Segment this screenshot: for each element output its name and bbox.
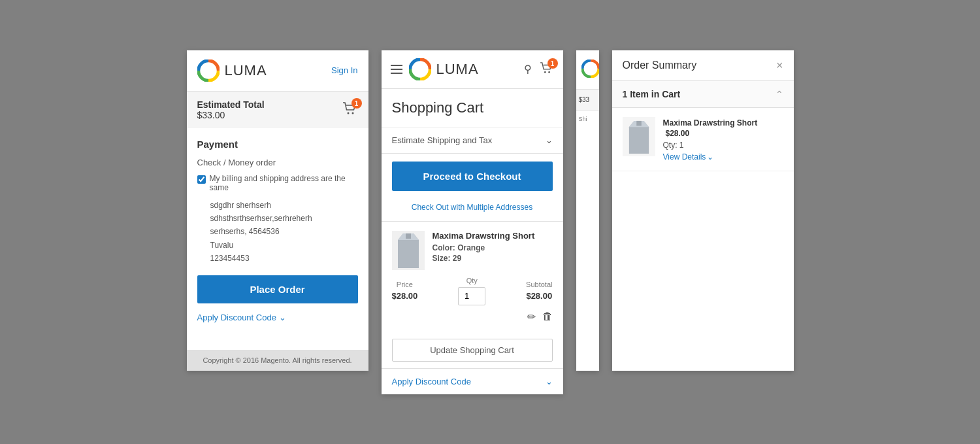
cart-item-size: Size: 29 — [433, 254, 553, 263]
subtotal-column: Subtotal $28.00 — [526, 281, 552, 301]
search-icon[interactable]: ⚲ — [524, 63, 532, 75]
order-item-name-price-row: Maxima Drawstring Short $28.00 — [663, 117, 783, 138]
product-image-icon — [395, 232, 421, 268]
estimated-price: $33.00 — [197, 110, 265, 120]
partial-logo-icon — [581, 60, 599, 78]
cart-item-name: Maxima Drawstring Short — [433, 231, 553, 241]
order-item-entry: Maxima Drawstring Short $28.00 Qty: 1 Vi… — [612, 108, 794, 171]
address-line-4: Tuvalu — [210, 239, 358, 252]
order-items-count: 1 Item in Cart — [623, 89, 681, 99]
view-details-link[interactable]: View Details ⌄ — [663, 152, 783, 162]
address-block: sdgdhr sherhserh sdhsthsrthserhser,serhr… — [210, 199, 358, 265]
size-value: 29 — [453, 254, 461, 263]
estimated-total-info: Estimated Total $33.00 — [197, 99, 265, 120]
cart-header-badge[interactable]: 1 — [540, 62, 554, 76]
billing-checkbox[interactable] — [197, 175, 206, 184]
partial-price: $33 — [576, 90, 599, 111]
partial-shipping: Shi — [576, 111, 599, 128]
order-summary-header: Order Summary × — [612, 50, 794, 81]
items-bar-chevron-up-icon: ⌃ — [776, 89, 783, 99]
cart-page-title: Shopping Cart — [382, 89, 563, 128]
checkout-header: LUMA Sign In — [187, 50, 368, 92]
logo-area: LUMA — [197, 60, 267, 82]
order-summary-panel: Order Summary × 1 Item in Cart ⌃ Maxima … — [612, 50, 794, 371]
cart-header-badge-count: 1 — [547, 58, 558, 69]
order-item-price: $28.00 — [666, 129, 690, 138]
cart-badge: 1 — [351, 98, 362, 109]
order-item-image — [623, 117, 655, 156]
svg-point-5 — [548, 71, 550, 73]
price-column: Price $28.00 — [392, 281, 418, 301]
subtotal-label: Subtotal — [526, 281, 552, 288]
cart-item-top: Maxima Drawstring Short Color: Orange Si… — [392, 231, 553, 270]
apply-discount-label: Apply Discount Code — [392, 377, 471, 386]
billing-checkbox-label: My billing and shipping address are the … — [210, 174, 358, 192]
color-value: Orange — [457, 243, 485, 252]
cart-icon-badge[interactable]: 1 — [342, 102, 358, 117]
price-value: $28.00 — [392, 291, 418, 301]
place-order-button[interactable]: Place Order — [197, 275, 358, 303]
cart-logo-text: LUMA — [436, 61, 479, 78]
svg-point-4 — [544, 71, 546, 73]
chevron-down-icon: ⌄ — [279, 313, 286, 322]
cart-header-right: ⚲ 1 — [524, 62, 554, 76]
svg-point-1 — [347, 112, 349, 114]
cart-header-left: LUMA — [391, 58, 479, 80]
estimated-total-bar: Estimated Total $33.00 1 — [187, 92, 368, 128]
address-line-2: sdhsthsrthserhser,serhreherh — [210, 212, 358, 225]
qty-input[interactable] — [458, 287, 485, 305]
apply-discount-link[interactable]: Apply Discount Code ⌄ — [197, 313, 358, 322]
order-product-image-icon — [627, 120, 651, 154]
qty-column: Qty — [458, 277, 485, 305]
billing-checkbox-row[interactable]: My billing and shipping address are the … — [197, 174, 358, 192]
estimated-label: Estimated Total — [197, 99, 265, 110]
sign-in-link[interactable]: Sign In — [331, 65, 357, 75]
payment-method: Check / Money order — [197, 158, 358, 167]
multiple-addresses-anchor[interactable]: Check Out with Multiple Addresses — [412, 203, 532, 212]
estimate-shipping-bar[interactable]: Estimate Shipping and Tax ⌄ — [382, 128, 563, 154]
update-cart-button[interactable]: Update Shopping Cart — [392, 339, 553, 362]
close-button[interactable]: × — [776, 60, 783, 71]
order-item-qty: Qty: 1 — [663, 141, 783, 150]
payment-section-title: Payment — [197, 139, 358, 150]
address-line-3: serhserhs, 4564536 — [210, 225, 358, 238]
partial-logo — [576, 50, 599, 90]
partial-panel-left: $33 Shi — [576, 50, 599, 371]
checkout-body: Payment Check / Money order My billing a… — [187, 128, 368, 350]
order-item-name: Maxima Drawstring Short — [663, 118, 758, 128]
proceed-to-checkout-button[interactable]: Proceed to Checkout — [392, 162, 553, 191]
cart-item-details: Maxima Drawstring Short Color: Orange Si… — [433, 231, 553, 270]
svg-rect-8 — [406, 233, 411, 239]
cart-item-image — [392, 231, 425, 270]
price-qty-subtotal-row: Price $28.00 Qty Subtotal $28.00 — [392, 277, 553, 305]
qty-label: Qty — [458, 277, 485, 284]
svg-point-2 — [351, 112, 353, 114]
order-items-bar[interactable]: 1 Item in Cart ⌃ — [612, 81, 794, 108]
edit-icon[interactable]: ✏ — [527, 311, 536, 323]
price-label: Price — [392, 281, 418, 288]
apply-discount-label: Apply Discount Code — [197, 313, 276, 322]
logo-text: LUMA — [225, 62, 267, 79]
item-actions: ✏ 🗑 — [392, 311, 553, 323]
delete-icon[interactable]: 🗑 — [542, 311, 553, 323]
address-line-5: 123454453 — [210, 252, 358, 265]
color-label: Color: — [433, 243, 455, 252]
order-item-info: Maxima Drawstring Short $28.00 Qty: 1 Vi… — [663, 117, 783, 162]
cart-item: Maxima Drawstring Short Color: Orange Si… — [382, 221, 563, 332]
hamburger-menu-icon[interactable] — [391, 65, 402, 74]
checkout-panel: LUMA Sign In Estimated Total $33.00 1 Pa… — [187, 50, 368, 371]
apply-discount-chevron-icon: ⌄ — [546, 377, 553, 386]
cart-logo-area: LUMA — [409, 58, 479, 80]
shopping-cart-panel: LUMA ⚲ 1 Shopping Cart Estimate Shipping… — [382, 50, 563, 394]
view-details-chevron-icon: ⌄ — [707, 152, 713, 162]
apply-discount-bar[interactable]: Apply Discount Code ⌄ — [382, 368, 563, 394]
order-summary-title: Order Summary — [623, 60, 697, 71]
size-label: Size: — [433, 254, 451, 263]
multiple-addresses-link[interactable]: Check Out with Multiple Addresses — [382, 199, 563, 214]
estimate-chevron-icon: ⌄ — [546, 135, 553, 145]
address-line-1: sdgdhr sherhserh — [210, 199, 358, 212]
checkout-footer: Copyright © 2016 Magento. All rights res… — [187, 350, 368, 371]
cart-luma-logo-icon — [409, 58, 431, 80]
svg-rect-12 — [636, 120, 642, 126]
cart-item-color: Color: Orange — [433, 243, 553, 252]
